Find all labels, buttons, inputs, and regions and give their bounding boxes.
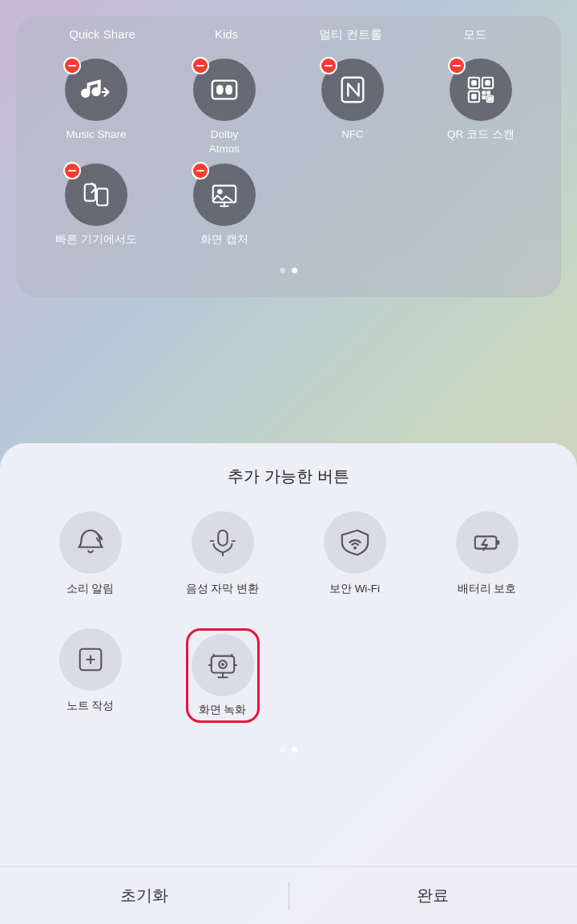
mic-icon bbox=[208, 527, 238, 558]
svg-rect-12 bbox=[482, 96, 486, 99]
screen-record-circle bbox=[192, 634, 254, 696]
top-row-labels: Quick Share Kids 멀티 컨트롤 모드 bbox=[32, 16, 545, 50]
voice-convert-circle bbox=[192, 511, 254, 574]
dolby-atmos-icon-circle bbox=[193, 59, 256, 121]
nfc-icon-circle bbox=[321, 59, 384, 121]
nfc-item[interactable]: NFC bbox=[288, 59, 417, 155]
screen-capture-icon-circle bbox=[193, 163, 256, 226]
bottom-icon-grid-row1: 소리 알림 음성 자막 변환 bbox=[24, 511, 553, 596]
note-create-circle bbox=[59, 628, 122, 691]
music-share-icon bbox=[81, 75, 111, 105]
qr-label: QR 코드 스캔 bbox=[447, 127, 514, 142]
music-share-item[interactable]: Music Share bbox=[32, 59, 160, 155]
empty-slot-1 bbox=[288, 163, 417, 247]
dolby-icon bbox=[209, 75, 240, 105]
top-dot-2 bbox=[292, 268, 297, 273]
qr-icon-circle bbox=[450, 59, 512, 121]
voice-convert-label: 음성 자막 변환 bbox=[186, 582, 260, 596]
note-icon bbox=[75, 644, 106, 675]
top-dot-1 bbox=[280, 268, 285, 273]
empty-slot-2 bbox=[417, 163, 545, 247]
confirm-button[interactable]: 완료 bbox=[289, 870, 578, 921]
svg-rect-0 bbox=[212, 81, 236, 99]
mode-label: 모드 bbox=[413, 27, 537, 42]
music-share-label: Music Share bbox=[66, 127, 126, 142]
battery-protect-label: 배터리 보호 bbox=[458, 582, 517, 596]
voice-convert-item[interactable]: 음성 자막 변환 bbox=[156, 511, 288, 596]
svg-rect-14 bbox=[489, 98, 492, 101]
quick-share-label: Quick Share bbox=[40, 27, 164, 42]
nfc-remove-badge[interactable] bbox=[320, 57, 337, 75]
sound-alarm-item[interactable]: 소리 알림 bbox=[24, 511, 156, 596]
svg-rect-2 bbox=[226, 85, 232, 94]
phone-transfer-icon bbox=[81, 180, 111, 210]
phone-transfer-item[interactable]: 빠른 기기에서도 bbox=[32, 163, 160, 247]
bell-icon bbox=[75, 527, 106, 558]
battery-protect-circle bbox=[456, 511, 518, 574]
music-share-remove-badge[interactable] bbox=[63, 57, 81, 75]
bottom-panel: 추가 가능한 버튼 소리 알림 bbox=[0, 443, 577, 924]
phone-transfer-icon-circle bbox=[65, 163, 127, 226]
screen-capture-remove-badge[interactable] bbox=[192, 162, 209, 180]
qr-icon bbox=[466, 75, 496, 105]
svg-point-20 bbox=[353, 547, 357, 550]
battery-protect-item[interactable]: 배터리 보호 bbox=[421, 511, 553, 596]
kids-label: Kids bbox=[164, 27, 288, 42]
dolby-label: DolbyAtmos bbox=[209, 127, 240, 155]
dolby-atmos-item[interactable]: DolbyAtmos bbox=[160, 59, 288, 155]
screen-capture-label: 화면 캡처 bbox=[200, 232, 248, 247]
secure-wifi-circle bbox=[324, 511, 386, 574]
secure-wifi-label: 보안 Wi-Fi bbox=[329, 582, 380, 596]
screen-record-label: 화면 녹화 bbox=[199, 703, 247, 717]
secure-wifi-item[interactable]: 보안 Wi-Fi bbox=[288, 511, 421, 596]
qr-remove-badge[interactable] bbox=[448, 57, 466, 75]
svg-rect-16 bbox=[97, 188, 107, 205]
phone-transfer-remove-badge[interactable] bbox=[63, 162, 81, 180]
svg-rect-22 bbox=[496, 540, 499, 545]
svg-point-18 bbox=[217, 189, 222, 194]
qr-scan-item[interactable]: QR 코드 스캔 bbox=[417, 59, 545, 155]
shield-wifi-icon bbox=[340, 527, 370, 558]
svg-rect-19 bbox=[218, 531, 227, 546]
top-quick-settings-panel: Quick Share Kids 멀티 컨트롤 모드 Music Share bbox=[16, 16, 561, 297]
svg-rect-1 bbox=[217, 85, 224, 94]
svg-point-26 bbox=[221, 663, 224, 666]
screen-capture-item[interactable]: 화면 캡처 bbox=[160, 163, 288, 247]
bottom-icon-grid-row2: 노트 작성 화면 녹화 bbox=[24, 628, 553, 723]
nfc-label: NFC bbox=[341, 127, 364, 142]
multi-control-label: 멀티 컨트롤 bbox=[288, 27, 413, 42]
nfc-icon bbox=[337, 75, 368, 105]
reset-button[interactable]: 초기화 bbox=[0, 870, 288, 921]
top-pagination bbox=[32, 255, 545, 273]
svg-rect-10 bbox=[482, 91, 486, 95]
music-share-icon-circle bbox=[65, 59, 127, 121]
sound-alarm-circle bbox=[59, 511, 122, 574]
action-bar: 초기화 완료 bbox=[0, 866, 577, 924]
bottom-pagination bbox=[24, 747, 553, 753]
phone-transfer-label: 빠른 기기에서도 bbox=[55, 232, 137, 247]
svg-rect-5 bbox=[472, 81, 477, 86]
svg-rect-9 bbox=[472, 95, 477, 99]
section-title: 추가 가능한 버튼 bbox=[24, 466, 553, 487]
screen-record-icon bbox=[208, 650, 238, 680]
svg-rect-11 bbox=[487, 91, 490, 95]
screen-capture-icon bbox=[209, 180, 240, 210]
note-create-label: 노트 작성 bbox=[67, 699, 115, 713]
bottom-dot-1 bbox=[280, 747, 285, 753]
screen-record-highlight: 화면 녹화 bbox=[186, 628, 260, 723]
svg-rect-7 bbox=[486, 81, 490, 86]
screen-record-item[interactable]: 화면 녹화 bbox=[156, 628, 288, 723]
top-icon-grid: Music Share DolbyAtmos bbox=[32, 50, 545, 255]
dolby-remove-badge[interactable] bbox=[192, 57, 209, 75]
battery-icon bbox=[472, 527, 502, 558]
bottom-dot-2 bbox=[292, 747, 297, 753]
sound-alarm-label: 소리 알림 bbox=[67, 582, 115, 596]
note-create-item[interactable]: 노트 작성 bbox=[24, 628, 156, 723]
svg-rect-17 bbox=[213, 186, 236, 203]
